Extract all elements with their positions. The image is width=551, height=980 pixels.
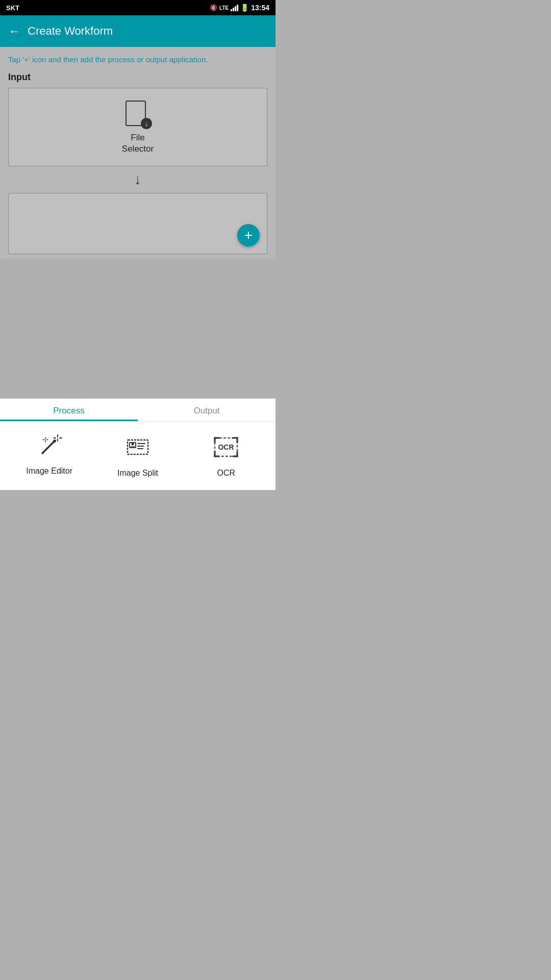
file-selector-icon: ↓ xyxy=(126,101,150,127)
tool-image-split[interactable]: Image Split xyxy=(93,432,182,478)
carrier-label: SKT xyxy=(6,4,19,12)
status-icons: 🔇 LTE 🔋 13:54 xyxy=(210,4,269,12)
image-editor-label: Image Editor xyxy=(26,467,72,476)
svg-point-15 xyxy=(131,443,134,446)
tool-image-editor[interactable]: Image Editor xyxy=(5,432,93,478)
svg-line-0 xyxy=(42,441,55,453)
svg-text:OCR: OCR xyxy=(218,443,234,451)
flow-arrow: ↓ xyxy=(8,166,267,193)
image-split-icon xyxy=(122,432,153,462)
status-bar: SKT 🔇 LTE 🔋 13:54 xyxy=(0,0,276,15)
image-editor-icon xyxy=(35,432,64,460)
process-box: + xyxy=(8,193,267,254)
ocr-icon: OCR xyxy=(211,432,241,462)
tab-output[interactable]: Output xyxy=(138,399,276,421)
ocr-label: OCR xyxy=(217,469,236,478)
svg-point-1 xyxy=(53,439,56,443)
app-bar: ← Create Workform xyxy=(0,15,276,47)
main-content: Tap '+' icon and then add the process or… xyxy=(0,47,276,259)
lte-label: LTE xyxy=(219,5,229,11)
file-download-icon: ↓ xyxy=(141,118,152,129)
signal-bars xyxy=(231,4,238,11)
back-button[interactable]: ← xyxy=(8,24,20,38)
app-bar-title: Create Workform xyxy=(28,24,113,38)
tab-process[interactable]: Process xyxy=(0,399,138,421)
battery-icon: 🔋 xyxy=(240,4,249,12)
tab-bar: Process Output xyxy=(0,399,276,422)
bottom-panel: Process Output xyxy=(0,399,276,490)
tool-ocr[interactable]: OCR OCR xyxy=(182,432,270,478)
instruction-text: Tap '+' icon and then add the process or… xyxy=(8,54,267,65)
input-section-label: Input xyxy=(8,72,267,83)
mute-icon: 🔇 xyxy=(210,4,217,11)
file-selector-box[interactable]: ↓ File Selector xyxy=(8,88,267,166)
file-selector-label: File Selector xyxy=(122,132,154,155)
clock: 13:54 xyxy=(251,4,269,12)
add-process-button[interactable]: + xyxy=(237,224,260,247)
image-split-label: Image Split xyxy=(117,469,158,478)
down-arrow-icon: ↓ xyxy=(134,172,141,188)
tool-grid: Image Editor Image Split xyxy=(0,422,276,490)
